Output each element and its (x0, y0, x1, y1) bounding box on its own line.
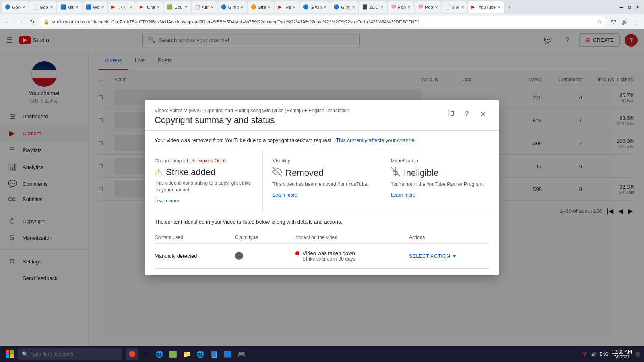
taskbar-search-input[interactable] (31, 351, 111, 357)
taskbar-notifications[interactable]: ⬛ (635, 352, 641, 357)
modal-body: Your video was removed from YouTube due … (145, 131, 499, 275)
modal-section-monetization: Monetization Ineligible You (381, 150, 499, 212)
taskbar-volume[interactable]: 🔊 (591, 352, 597, 357)
svg-rect-4 (6, 350, 9, 354)
refresh-button[interactable]: ↻ (27, 17, 37, 27)
help-icon[interactable]: ? (460, 108, 473, 121)
header-actions: Actions (409, 234, 489, 240)
browser-tab-gwin[interactable]: 🔵G win✕ (300, 1, 330, 13)
browser-tab-pop1[interactable]: 🩷Pop✕ (388, 1, 414, 13)
date-display: 7/9/2022 (611, 355, 632, 359)
url-text: studio.youtube.com/channel/UCze7agb7BXrC… (52, 19, 422, 24)
taskbar: 🔍 🔴 🗂 🌐 🟩 📁 🌐 📘 🟦 🎮 ❓ 🔊 ENG 12:30 AM 7/9… (0, 346, 644, 362)
back-button[interactable]: ← (3, 17, 13, 27)
modal-video-label: Video: Voltes V (Five) - Opening and End… (155, 108, 441, 113)
taskbar-system: ❓ 🔊 ENG 12:30 AM 7/9/2022 ⬛ (582, 349, 641, 359)
claim-info-icon: ! (235, 252, 243, 260)
learn-more-impact[interactable]: Learn more (155, 198, 179, 204)
svg-rect-7 (10, 354, 14, 358)
browser-tab-9w[interactable]: 📄9 w✕ (442, 1, 467, 13)
modal-title: Copyright summary and status (155, 115, 441, 125)
taskbar-app-edge[interactable]: 🌐 (153, 348, 166, 360)
taskbar-clock: 12:30 AM 7/9/2022 (611, 349, 632, 359)
browser-tab-youtube[interactable]: ▶YouTube✕ (468, 1, 504, 13)
browser-tab-wo[interactable]: 🟦Wo✕ (83, 1, 107, 13)
section-title-monetization: Ineligible (391, 167, 489, 179)
impact-cell: Video was taken down Strike expires in 9… (295, 250, 409, 262)
volume-button[interactable]: 🔊 (620, 17, 630, 27)
modal-overlay: Video: Voltes V (Five) - Opening and End… (0, 29, 644, 346)
browser-tab-zdc[interactable]: ⬛ZDC✕ (359, 1, 387, 13)
copyright-modal: Video: Voltes V (Five) - Opening and End… (145, 100, 499, 275)
taskbar-search[interactable]: 🔍 (18, 348, 122, 360)
browser-tab-stre[interactable]: 🟠Stre✕ (248, 1, 274, 13)
select-action-button[interactable]: SELECT ACTION ▼ (409, 253, 457, 259)
taskbar-app-game[interactable]: 🎮 (235, 348, 248, 360)
ineligible-icon (391, 167, 400, 179)
modal-header-icons: ? ✕ (444, 108, 489, 121)
forward-button[interactable]: → (15, 17, 25, 27)
modal-alert: Your video was removed from YouTube due … (145, 131, 499, 150)
extensions-button[interactable]: 🛡 (609, 17, 618, 27)
maximize-button[interactable]: □ (626, 4, 633, 10)
dropdown-arrow: ▼ (452, 253, 457, 259)
taskbar-app-chrome[interactable]: 🌐 (194, 348, 207, 360)
taskbar-app-search[interactable]: 🔴 (126, 348, 138, 360)
browser-tab-mir[interactable]: 🟦Mir✕ (57, 1, 82, 13)
browser-tab-bar: 🔵Goo✕ 📄Goo✕ 🟦Mir✕ 🟦Wo✕ ▶スリ✕ ▶Cha✕ 🟩Cou✕ … (0, 0, 644, 14)
section-label-impact: Channel impact ⚠ expires Oct 6 (155, 158, 253, 164)
bookmark-icon[interactable]: ☆ (597, 19, 602, 25)
section-title-impact: ⚠ Strike added (155, 167, 253, 177)
start-button[interactable] (3, 348, 16, 360)
svg-rect-6 (6, 354, 9, 358)
taskbar-app-word[interactable]: 📘 (208, 348, 221, 360)
taskbar-app-files[interactable]: 🗂 (139, 348, 152, 360)
content-table-row: Manually detected ! Video was taken down… (155, 244, 489, 269)
report-icon[interactable] (444, 108, 457, 121)
close-modal-icon[interactable]: ✕ (477, 108, 489, 121)
taskbar-help[interactable]: ❓ (582, 352, 588, 357)
browser-tab-cha[interactable]: ▶Cha✕ (136, 1, 163, 13)
taskbar-app-folder[interactable]: 📁 (180, 348, 193, 360)
browser-tab-cou[interactable]: 🟩Cou✕ (164, 1, 190, 13)
learn-more-monetization[interactable]: Learn more (391, 192, 415, 198)
browser-tab-attr[interactable]: 📋Attr✕ (192, 1, 217, 13)
browser-tab-goo1[interactable]: 🔵Goo✕ (2, 1, 29, 13)
more-button[interactable]: ⋮ (631, 17, 641, 27)
address-bar[interactable]: 🔒 studio.youtube.com/channel/UCze7agb7BX… (39, 16, 606, 27)
taskbar-lang: ENG (600, 352, 609, 356)
content-table-header: Content used Claim type Impact on the vi… (155, 231, 489, 244)
section-desc-monetization: You're not in the YouTube Partner Progra… (391, 181, 489, 188)
browser-toolbar: ← → ↻ 🔒 studio.youtube.com/channel/UCze7… (0, 14, 644, 29)
modal-sections: Channel impact ⚠ expires Oct 6 ⚠ Strike … (145, 150, 499, 212)
content-used-cell: Manually detected (155, 253, 235, 259)
learn-more-visibility[interactable]: Learn more (272, 192, 297, 198)
browser-tab-pop2[interactable]: 🩷Pop✕ (415, 1, 441, 13)
alert-link[interactable]: This currently affects your channel. (336, 137, 417, 143)
modal-content-section: The content identified in your video is … (145, 212, 499, 275)
actions-cell: SELECT ACTION ▼ (409, 253, 489, 259)
taskbar-app-ss[interactable]: 🟦 (221, 348, 234, 360)
section-desc-visibility: This video has been removed from YouTube… (272, 181, 371, 188)
header-content-used: Content used (155, 234, 235, 240)
browser-tab-suri[interactable]: ▶スリ✕ (108, 1, 136, 13)
minimize-button[interactable]: ─ (618, 4, 625, 10)
claim-type-cell: ! (235, 252, 295, 260)
browser-tab-goo2[interactable]: 📄Goo✕ (29, 1, 56, 13)
modal-header: Video: Voltes V (Five) - Opening and End… (145, 100, 499, 131)
impact-dot (295, 251, 299, 255)
time-display: 12:30 AM (611, 349, 632, 355)
browser-tab-gtai[interactable]: 🔵G 太✕ (330, 1, 358, 13)
warning-triangle: ⚠ (191, 158, 196, 164)
browser-tab-he[interactable]: ▶He✕ (275, 1, 299, 13)
taskbar-search-icon: 🔍 (22, 351, 28, 357)
alert-text: Your video was removed from YouTube due … (155, 137, 333, 143)
new-tab-button[interactable]: + (505, 2, 514, 12)
header-impact: Impact on the video (295, 234, 409, 240)
browser-tab-gmit[interactable]: 🔵G mit✕ (218, 1, 247, 13)
removed-icon (272, 167, 282, 179)
taskbar-app-xbox[interactable]: 🟩 (167, 348, 180, 360)
content-desc: The content identified in your video is … (155, 219, 489, 225)
svg-rect-5 (10, 350, 14, 354)
close-button[interactable]: ✕ (634, 4, 641, 10)
